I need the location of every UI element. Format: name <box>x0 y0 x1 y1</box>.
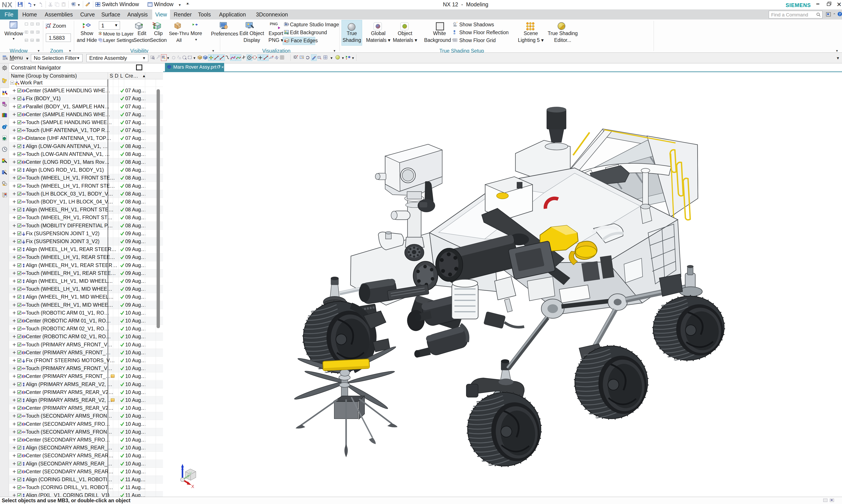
svg-text:PNG: PNG <box>270 22 278 26</box>
svg-text:?: ? <box>839 12 841 16</box>
svg-text:i: i <box>4 126 5 129</box>
